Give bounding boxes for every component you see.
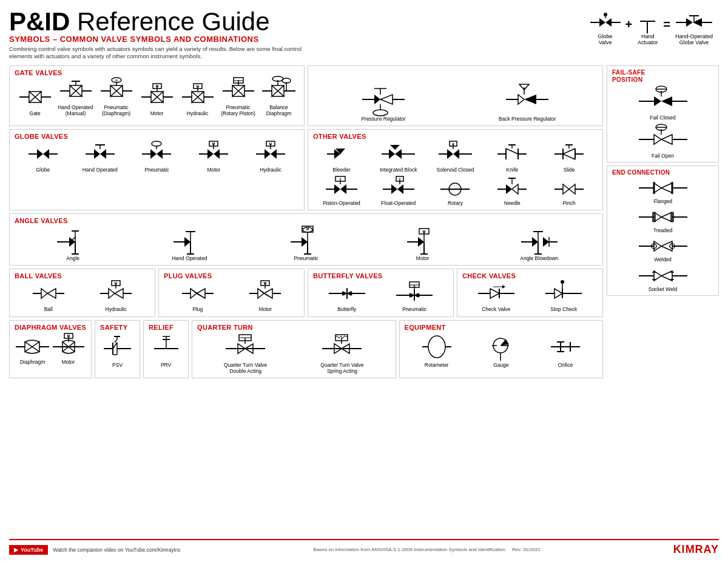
check-valves-title: CHECK VALVES [462,272,598,279]
svg-marker-47 [192,92,198,102]
svg-marker-123 [389,149,395,159]
pneumatic-gate-symbol: M Pneumatic(Diaphragm) [96,79,136,116]
orifice-label: Orifice [558,362,573,368]
svg-marker-94 [100,149,106,159]
diaphragm-label: Diaphragm [20,359,46,365]
equipment-symbols-row: Rotameter Gauge [405,333,598,368]
svg-text:M: M [155,84,158,88]
qt-double-label: Quarter Turn ValveDouble Acting [224,362,267,374]
check-valves-section: CHECK VALVES [457,269,603,316]
plug-valves-title: PLUG VALVES [164,272,299,279]
check-valve-symbol: Check Valve [462,282,530,312]
svg-marker-76 [380,95,393,104]
butterfly-symbols-row: Butterfly P [313,282,448,312]
svg-marker-93 [94,149,100,159]
bleeder-label: Bleeder [332,167,350,173]
svg-marker-167 [506,184,512,194]
fail-closed-label: Fail Closed [650,115,676,121]
gauge-label: Gauge [493,362,509,368]
prv-label: PRV [161,362,171,368]
safety-section: SAFETY PSV [95,320,140,378]
balance-gate-symbol: BalanceDiaphragm [258,79,299,116]
footer-rev: Rev. 01/2021 [512,547,541,552]
treaded-label: Treaded [653,227,672,233]
youtube-button[interactable]: ▶ YouTube [9,545,48,555]
svg-marker-192 [302,237,308,247]
svg-line-147 [563,154,575,159]
hand-angle-label: Hand Operated [172,255,207,261]
other-symbols-row2: # Piston-Operated [313,176,598,206]
globe-label: Globe [36,167,50,173]
plug-valves-section: PLUG VALVES Plug [158,269,305,316]
butterfly-valves-section: BUTTERFLY VALVES Butterfly [308,269,454,316]
youtube-label: YouTube [21,547,43,553]
svg-marker-316 [654,96,661,106]
rotameter-label: Rotameter [425,362,449,368]
main-title: P&ID Reference Guide [9,9,325,35]
subtitle: SYMBOLS – COMMON VALVE SYMBOLS AND COMBI… [9,35,325,44]
svg-marker-262 [25,342,32,352]
svg-text:M: M [306,227,308,231]
pneumatic-globe-label: Pneumatic [144,167,169,173]
svg-point-103 [152,141,161,146]
ball-valves-title: BALL VALVES [15,272,150,279]
float-symbol: # Float-Operated [370,176,427,206]
gate-symbol: Gate [15,85,55,116]
svg-line-300 [343,336,345,338]
right-sidebar: FAIL-SAFEPOSITION Fail Closed [607,65,719,537]
svg-marker-16 [35,92,41,102]
pneumatic-angle-label: Pneumatic [294,255,318,261]
svg-marker-2 [605,18,612,27]
motor-gate-symbol: M Motor [136,85,177,116]
svg-marker-129 [447,149,453,159]
qt-double-symbol: Quarter Turn ValveDouble Acting [197,333,294,374]
svg-line-297 [337,336,339,338]
hand-globe-label: Hand Operated [83,167,118,173]
pinch-symbol: Pinch [541,176,598,206]
check-symbols-row: Check Valve Stop Check [462,282,598,312]
hydraulic-ball-label: Hydraulic [106,306,127,312]
footer-center: Based on information from ANSI/ISA-5.1-2… [313,547,541,552]
fail-safe-section: FAIL-SAFEPOSITION Fail Closed [607,65,719,162]
socket-weld-item: Socket Weld [612,267,713,292]
svg-marker-99 [150,149,157,159]
end-connection-title: END CONNECTION [612,169,713,176]
flanged-item: Flanged [612,179,713,204]
welded-item: Welded [612,237,713,263]
pneumatic-globe-symbol: Pneumatic [129,142,186,173]
socket-weld-label: Socket Weld [649,286,678,292]
hydraulic-globe-label: Hydraulic [260,167,281,173]
svg-marker-209 [532,237,538,247]
quarter-turn-section: QUARTER TURN Quarter Turn Valv [192,320,396,378]
equation-box: GlobeValve + HandActuator = [590,12,713,45]
svg-marker-9 [686,18,693,27]
svg-text:M: M [115,79,118,82]
butterfly-valves-title: BUTTERFLY VALVES [313,272,448,279]
left-col: GATE VALVES Gate [9,65,603,537]
svg-text:M: M [212,142,215,146]
svg-marker-90 [43,149,49,159]
motor-globe-label: Motor [207,167,220,173]
orifice-symbol: Orifice [533,333,598,368]
pneumatic-gate-label: Pneumatic(Diaphragm) [102,104,130,116]
svg-text:M: M [67,334,70,338]
svg-marker-48 [198,92,204,102]
svg-marker-15 [29,92,35,102]
svg-marker-113 [271,149,277,159]
svg-marker-124 [395,149,402,159]
svg-text:H: H [269,142,272,146]
svg-marker-57 [238,85,244,96]
plug-symbol: Plug [164,282,232,312]
pneumatic-butterfly-label: Pneumatic [402,306,426,312]
svg-marker-105 [207,149,214,159]
svg-marker-30 [116,85,123,96]
svg-marker-22 [76,85,82,96]
eq-equals: = [663,18,670,32]
hand-gate-symbol: Hand Operated(Manual) [55,79,96,116]
equipment-section: EQUIPMENT Rotameter [399,320,603,378]
gate-label: Gate [29,110,40,116]
eq-hand-globe-valve: Hand-OperatedGlobe Valve [675,12,713,45]
svg-marker-254 [502,285,505,289]
pinch-label: Pinch [562,200,575,206]
motor-angle-symbol: M Motor [365,227,481,261]
